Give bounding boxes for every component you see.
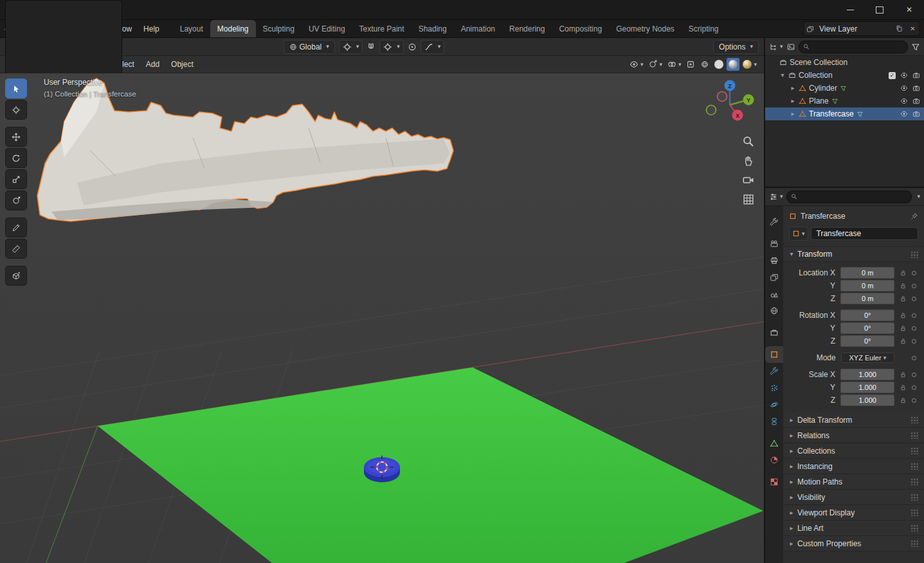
rotation-mode-dropdown[interactable]: XYZ Euler: [841, 353, 894, 363]
remove-view-layer-button[interactable]: [907, 23, 918, 34]
pin-icon[interactable]: [910, 212, 918, 220]
navigation-gizmo[interactable]: Z Y X: [701, 76, 759, 134]
transform-panel-header[interactable]: Transform: [783, 246, 924, 262]
panel-motion-paths[interactable]: Motion Paths: [783, 474, 924, 490]
object-name-field[interactable]: Transfercase: [811, 227, 918, 240]
panel-delta-transform[interactable]: Delta Transform: [783, 412, 924, 428]
view-layer-selector[interactable]: View Layer: [803, 21, 920, 36]
drag-dots-icon[interactable]: [910, 540, 919, 547]
expand-arrow-icon[interactable]: [790, 98, 796, 104]
outliner-search-input[interactable]: [812, 42, 903, 51]
tab-sculpting[interactable]: Sculpting: [256, 20, 302, 37]
animate-location-z[interactable]: [909, 297, 919, 301]
ortho-grid-icon[interactable]: [742, 193, 755, 206]
menu-help[interactable]: Help: [138, 22, 165, 36]
props-tab-world[interactable]: [765, 302, 783, 319]
proportional-editing-toggle[interactable]: [408, 42, 417, 51]
scale-z-field[interactable]: 1.000: [840, 394, 894, 406]
lock-rotation-x[interactable]: [897, 312, 909, 319]
menu-object[interactable]: Object: [166, 58, 199, 71]
tab-scripting[interactable]: Scripting: [682, 20, 726, 37]
outliner-row-cylinder[interactable]: Cylinder: [765, 82, 924, 95]
axis-z[interactable]: Z: [725, 80, 736, 91]
lock-location-x[interactable]: [897, 270, 909, 277]
outliner-row-plane[interactable]: Plane: [765, 95, 924, 107]
animate-scale-x[interactable]: [909, 373, 919, 377]
props-tab-physics[interactable]: [765, 396, 783, 413]
rotation-x-field[interactable]: 0°: [840, 309, 894, 321]
pivot-point-dropdown[interactable]: [339, 40, 363, 54]
props-tab-scene[interactable]: [765, 286, 783, 302]
tab-compositing[interactable]: Compositing: [552, 20, 609, 37]
tool-cursor[interactable]: [5, 100, 27, 120]
animate-rotation-mode[interactable]: [909, 356, 919, 360]
props-tab-texture[interactable]: [765, 474, 783, 490]
shading-solid-button[interactable]: [712, 58, 725, 71]
tab-uv-editing[interactable]: UV Editing: [302, 20, 352, 37]
tab-geometry-nodes[interactable]: Geometry Nodes: [609, 20, 682, 37]
animate-scale-y[interactable]: [909, 385, 919, 390]
tab-layout[interactable]: Layout: [173, 20, 210, 37]
breadcrumb-object-name[interactable]: Transfercase: [801, 212, 846, 221]
shading-wireframe-button[interactable]: [698, 58, 711, 71]
gizmos-dropdown[interactable]: [646, 58, 664, 71]
panel-visibility[interactable]: Visibility: [783, 490, 924, 505]
outliner-row-scene-collection[interactable]: Scene Collection: [765, 56, 924, 69]
outliner-editor-type-button[interactable]: [769, 42, 783, 51]
location-y-field[interactable]: 0 m: [840, 280, 894, 291]
props-tab-particles[interactable]: [765, 380, 783, 396]
panel-custom-properties[interactable]: Custom Properties: [783, 536, 924, 551]
props-tab-constraints[interactable]: [765, 413, 783, 430]
object-label[interactable]: Plane: [809, 97, 829, 106]
proportional-falloff-dropdown[interactable]: [421, 40, 445, 54]
axis-y[interactable]: Y: [743, 95, 754, 106]
drag-dots-icon[interactable]: [910, 416, 919, 423]
scene-collection-label[interactable]: Scene Collection: [790, 58, 847, 67]
properties-search-input[interactable]: [800, 192, 908, 201]
panel-collections[interactable]: Collections: [783, 443, 924, 459]
maximize-button[interactable]: [865, 0, 894, 19]
pan-hand-icon[interactable]: [742, 154, 755, 167]
object-type-visibility-dropdown[interactable]: [628, 58, 646, 71]
shading-material-button[interactable]: [727, 58, 739, 71]
panel-relations[interactable]: Relations: [783, 428, 924, 443]
zoom-icon[interactable]: [742, 135, 755, 148]
collapse-arrow-icon[interactable]: [779, 72, 786, 78]
render-camera-toggle[interactable]: [912, 84, 920, 92]
overlays-dropdown[interactable]: [666, 58, 684, 71]
xray-toggle[interactable]: [684, 58, 697, 71]
render-camera-toggle[interactable]: [912, 71, 920, 79]
axis-minus-x[interactable]: [718, 92, 727, 102]
transform-orientation-dropdown[interactable]: Global: [284, 40, 335, 54]
hide-eye-toggle[interactable]: [900, 71, 908, 79]
new-view-layer-button[interactable]: [894, 23, 905, 34]
props-tab-object-data[interactable]: [765, 435, 783, 452]
viewport-scene[interactable]: [0, 73, 764, 563]
rotation-y-field[interactable]: 0°: [840, 322, 894, 334]
tab-animation[interactable]: Animation: [454, 20, 502, 37]
hide-eye-toggle[interactable]: [900, 84, 908, 92]
tool-scale[interactable]: [5, 169, 27, 189]
location-x-field[interactable]: 0 m: [840, 267, 894, 279]
outliner-display-mode-button[interactable]: [786, 42, 795, 51]
panel-viewport-display[interactable]: Viewport Display: [783, 505, 924, 521]
minimize-button[interactable]: [835, 0, 865, 19]
tool-move[interactable]: [5, 127, 27, 147]
collection-label[interactable]: Collection: [799, 71, 833, 80]
animate-scale-z[interactable]: [909, 398, 919, 403]
drag-dots-icon[interactable]: [910, 509, 919, 516]
tab-texture-paint[interactable]: Texture Paint: [352, 20, 412, 37]
outliner-search-box[interactable]: [799, 41, 908, 53]
animate-location-x[interactable]: [909, 271, 919, 275]
props-tab-modifiers[interactable]: [765, 363, 783, 380]
animate-rotation-x[interactable]: [909, 313, 919, 318]
options-dropdown[interactable]: Options: [713, 40, 759, 54]
tool-add-cube[interactable]: [5, 266, 27, 286]
drag-dots-icon[interactable]: [910, 524, 919, 531]
props-tab-view-layer[interactable]: [765, 269, 783, 286]
lock-scale-x[interactable]: [897, 371, 909, 378]
properties-search-box[interactable]: [786, 190, 912, 203]
view-layer-name[interactable]: View Layer: [818, 24, 891, 33]
drag-dots-icon[interactable]: [910, 432, 919, 439]
tool-annotate[interactable]: [5, 217, 27, 237]
